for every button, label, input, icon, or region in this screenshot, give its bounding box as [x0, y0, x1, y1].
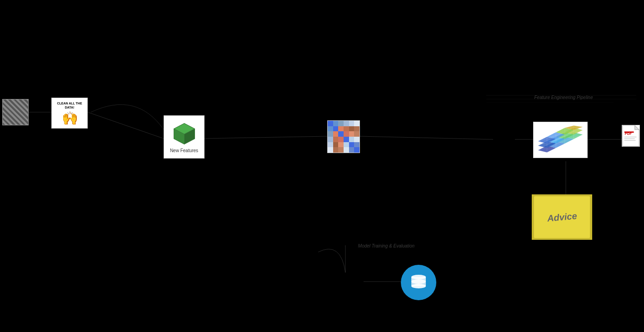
cube-icon — [172, 121, 197, 146]
bottom-center-faded-label: Model Training & Evaluation — [295, 243, 477, 249]
advice-sticky-note: Advice — [532, 194, 592, 240]
svg-text:PDF: PDF — [625, 132, 632, 136]
waveform-icon-bottom — [338, 271, 358, 291]
waveform-svg-top — [488, 125, 510, 148]
pdf-document-svg: PDF — [622, 125, 639, 146]
svg-line-54 — [346, 277, 348, 288]
svg-line-2 — [205, 136, 327, 139]
striped-box — [2, 99, 29, 125]
svg-line-21 — [500, 136, 502, 141]
meme-image: CLEAN ALL THE DATA! 🙌 — [51, 98, 88, 129]
svg-marker-23 — [496, 126, 499, 129]
svg-line-20 — [499, 132, 500, 141]
svg-line-53 — [344, 274, 346, 288]
new-features-item[interactable]: New Features — [164, 115, 205, 159]
svg-rect-49 — [624, 139, 635, 139]
matrix-grid — [327, 120, 360, 153]
connection-lines — [0, 0, 644, 332]
waveform-svg-bottom — [338, 271, 358, 291]
svg-line-18 — [495, 129, 497, 144]
svg-point-63 — [411, 284, 426, 288]
database-circle — [401, 265, 436, 300]
meme-figure: 🙌 — [62, 110, 78, 125]
svg-marker-45 — [635, 125, 639, 130]
top-right-faded-label: Feature Engineering Pipeline — [486, 94, 641, 101]
svg-line-55 — [348, 277, 349, 285]
new-features-label: New Features — [170, 148, 198, 153]
svg-line-19 — [497, 132, 499, 144]
meme-text: CLEAN ALL THE DATA! — [52, 101, 87, 110]
waveform-icon-top — [488, 125, 510, 148]
database-svg — [409, 273, 429, 292]
svg-line-1 — [88, 112, 164, 139]
striped-pattern-box — [2, 99, 29, 125]
svg-line-3 — [360, 136, 493, 139]
correlation-matrix — [327, 120, 360, 153]
database-icon-item[interactable] — [401, 265, 436, 300]
svg-line-56 — [349, 281, 351, 285]
pdf-icon-item[interactable]: PDF — [622, 125, 640, 147]
svg-rect-48 — [624, 137, 637, 137]
surface-plot-image — [533, 122, 588, 158]
svg-rect-50 — [624, 140, 636, 141]
surface-svg — [534, 123, 587, 157]
svg-marker-58 — [345, 272, 348, 275]
